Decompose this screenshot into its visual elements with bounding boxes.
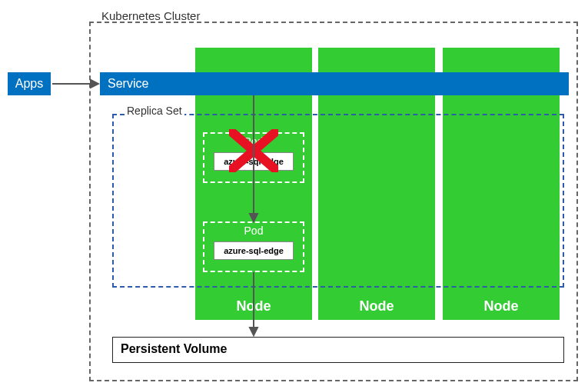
kubernetes-cluster-label: Kubernetes Cluster xyxy=(101,9,200,22)
pod-2-label: Pod xyxy=(204,225,303,237)
arrow-pod-to-pv xyxy=(247,272,260,337)
svg-marker-1 xyxy=(91,80,98,88)
node-3-label: Node xyxy=(443,298,560,314)
service-label: Service xyxy=(108,77,148,90)
persistent-volume-label: Persistent Volume xyxy=(121,342,227,355)
apps-label: Apps xyxy=(15,77,43,91)
pod-2-workload-label: azure-sql-edge xyxy=(224,246,284,255)
service-bar: Service xyxy=(100,72,569,95)
replica-set-box xyxy=(112,114,564,288)
pod-2-workload: azure-sql-edge xyxy=(214,241,294,260)
diagram-canvas: Kubernetes Cluster Node Node Node Servic… xyxy=(0,0,588,386)
apps-box: Apps xyxy=(8,72,51,95)
svg-marker-3 xyxy=(250,214,257,221)
svg-marker-5 xyxy=(250,328,257,335)
pod-2: Pod azure-sql-edge xyxy=(203,221,304,272)
replica-set-label: Replica Set xyxy=(125,105,184,117)
node-2-label: Node xyxy=(318,298,435,314)
arrow-service-to-pods xyxy=(247,95,260,223)
arrow-apps-to-service xyxy=(51,77,100,91)
persistent-volume-box: Persistent Volume xyxy=(112,337,564,363)
